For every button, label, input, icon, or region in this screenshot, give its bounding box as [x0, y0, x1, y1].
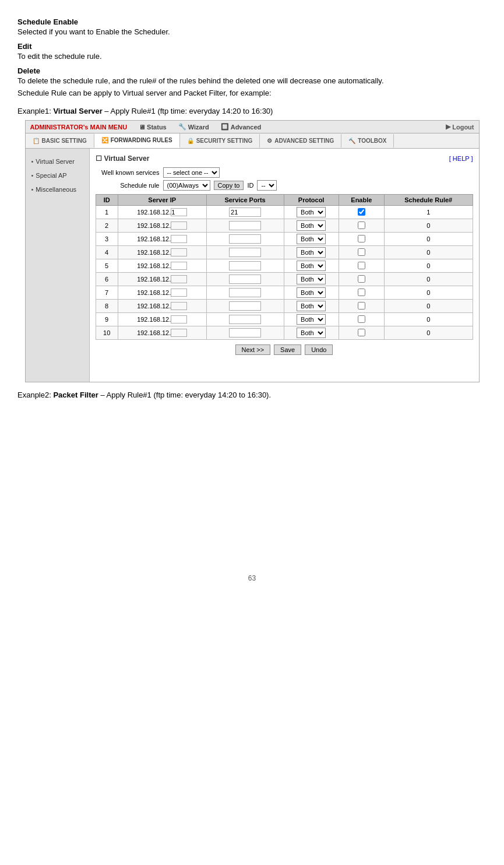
enable-checkbox-7[interactable]	[358, 289, 365, 296]
enable-checkbox-4[interactable]	[358, 248, 365, 256]
protocol-select-6[interactable]: BothTCPUDP	[297, 274, 326, 284]
cell-protocol-9[interactable]: BothTCPUDP	[284, 313, 339, 326]
cell-enable-2[interactable]	[339, 219, 384, 233]
cell-enable-10[interactable]	[339, 326, 384, 340]
advanced-menu-item[interactable]: 🔲 Advanced	[221, 123, 262, 131]
cell-enable-7[interactable]	[339, 286, 384, 300]
protocol-select-9[interactable]: BothTCPUDP	[297, 314, 326, 325]
port-input-6[interactable]	[229, 275, 261, 284]
port-input-7[interactable]	[229, 288, 261, 297]
protocol-select-3[interactable]: BothTCPUDP	[297, 234, 326, 244]
cell-port-8[interactable]	[206, 300, 284, 313]
ip-suffix-input-4[interactable]	[171, 248, 187, 256]
cell-ip-8[interactable]: 192.168.12.	[118, 300, 206, 313]
enable-checkbox-5[interactable]	[358, 262, 365, 269]
protocol-select-7[interactable]: BothTCPUDP	[297, 287, 326, 298]
wizard-menu-item[interactable]: 🔧 Wizard	[178, 123, 209, 131]
status-menu-item[interactable]: 🖥 Status	[139, 124, 167, 131]
schedule-rule-select[interactable]: (00)Always	[163, 180, 210, 191]
enable-checkbox-2[interactable]	[358, 221, 365, 229]
sidebar-item-virtual-server[interactable]: Virtual Server	[26, 154, 89, 168]
cell-protocol-10[interactable]: BothTCPUDP	[284, 326, 339, 340]
help-link[interactable]: [ HELP ]	[449, 155, 473, 162]
ip-suffix-input-3[interactable]	[171, 235, 187, 243]
enable-checkbox-10[interactable]	[358, 329, 365, 336]
cell-enable-5[interactable]	[339, 259, 384, 273]
cell-protocol-5[interactable]: BothTCPUDP	[284, 259, 339, 273]
cell-port-1[interactable]	[206, 206, 284, 219]
cell-port-2[interactable]	[206, 219, 284, 233]
port-input-3[interactable]	[229, 234, 261, 244]
next-button[interactable]: Next >>	[235, 344, 271, 355]
ip-suffix-input-2[interactable]	[171, 221, 187, 230]
ip-suffix-input-8[interactable]	[171, 302, 187, 310]
protocol-select-10[interactable]: BothTCPUDP	[297, 328, 326, 338]
port-input-5[interactable]	[229, 261, 261, 270]
cell-protocol-7[interactable]: BothTCPUDP	[284, 286, 339, 300]
enable-checkbox-3[interactable]	[358, 235, 365, 242]
cell-port-5[interactable]	[206, 259, 284, 273]
subnav-security-setting[interactable]: 🔒 SECURITY SETTING	[180, 134, 260, 147]
protocol-select-8[interactable]: BothTCPUDP	[297, 301, 326, 311]
sidebar-item-miscellaneous[interactable]: Miscellaneous	[26, 182, 89, 196]
cell-ip-9[interactable]: 192.168.12.	[118, 313, 206, 326]
cell-port-9[interactable]	[206, 313, 284, 326]
cell-ip-2[interactable]: 192.168.12.	[118, 219, 206, 233]
cell-enable-8[interactable]	[339, 300, 384, 313]
cell-port-4[interactable]	[206, 246, 284, 259]
protocol-select-4[interactable]: BothTCPUDP	[297, 247, 326, 258]
protocol-select-5[interactable]: BothTCPUDP	[297, 261, 326, 271]
cell-protocol-2[interactable]: BothTCPUDP	[284, 219, 339, 233]
cell-enable-9[interactable]	[339, 313, 384, 326]
cell-enable-6[interactable]	[339, 273, 384, 286]
id-select[interactable]: --	[257, 180, 277, 191]
cell-ip-6[interactable]: 192.168.12.	[118, 273, 206, 286]
ip-suffix-input-6[interactable]	[171, 275, 187, 283]
cell-ip-7[interactable]: 192.168.12.	[118, 286, 206, 300]
port-input-2[interactable]	[229, 221, 261, 230]
port-input-10[interactable]	[229, 328, 261, 337]
cell-ip-1[interactable]: 192.168.12.	[118, 206, 206, 219]
enable-checkbox-6[interactable]	[358, 275, 365, 283]
ip-suffix-input-9[interactable]	[171, 315, 187, 324]
save-button[interactable]: Save	[274, 344, 301, 355]
well-known-select[interactable]: -- select one --	[163, 167, 220, 178]
cell-enable-3[interactable]	[339, 233, 384, 246]
cell-protocol-6[interactable]: BothTCPUDP	[284, 273, 339, 286]
enable-checkbox-1[interactable]	[358, 208, 365, 216]
cell-protocol-3[interactable]: BothTCPUDP	[284, 233, 339, 246]
cell-port-6[interactable]	[206, 273, 284, 286]
cell-port-7[interactable]	[206, 286, 284, 300]
protocol-select-1[interactable]: BothTCPUDP	[297, 207, 326, 217]
subnav-advanced-setting[interactable]: ⚙ ADVANCED SETTING	[260, 134, 341, 147]
undo-button[interactable]: Undo	[305, 344, 333, 355]
copy-to-button[interactable]: Copy to	[214, 181, 244, 190]
cell-ip-10[interactable]: 192.168.12.	[118, 326, 206, 340]
cell-protocol-8[interactable]: BothTCPUDP	[284, 300, 339, 313]
ip-suffix-input-1[interactable]	[171, 208, 187, 216]
cell-ip-5[interactable]: 192.168.12.	[118, 259, 206, 273]
enable-checkbox-9[interactable]	[358, 315, 365, 323]
ip-suffix-input-7[interactable]	[171, 289, 187, 297]
cell-protocol-4[interactable]: BothTCPUDP	[284, 246, 339, 259]
subnav-forwarding-rules[interactable]: 🔀 FORWARDING RULES	[94, 133, 180, 148]
ip-suffix-input-5[interactable]	[171, 262, 187, 270]
cell-ip-3[interactable]: 192.168.12.	[118, 233, 206, 246]
cell-ip-4[interactable]: 192.168.12.	[118, 246, 206, 259]
enable-checkbox-8[interactable]	[358, 302, 365, 310]
cell-protocol-1[interactable]: BothTCPUDP	[284, 206, 339, 219]
port-input-9[interactable]	[229, 315, 261, 324]
ip-suffix-input-10[interactable]	[171, 329, 187, 337]
subnav-toolbox[interactable]: 🔨 TOOLBOX	[341, 134, 394, 147]
logout-menu-item[interactable]: ▶ Logout	[446, 123, 474, 131]
cell-port-3[interactable]	[206, 233, 284, 246]
port-input-8[interactable]	[229, 301, 261, 311]
protocol-select-2[interactable]: BothTCPUDP	[297, 220, 326, 231]
cell-enable-1[interactable]	[339, 206, 384, 219]
sidebar-item-special-ap[interactable]: Special AP	[26, 168, 89, 182]
cell-port-10[interactable]	[206, 326, 284, 340]
cell-enable-4[interactable]	[339, 246, 384, 259]
port-input-4[interactable]	[229, 248, 261, 257]
port-input-1[interactable]	[229, 208, 261, 217]
subnav-basic-setting[interactable]: 📋 BASIC SETTING	[26, 134, 94, 147]
